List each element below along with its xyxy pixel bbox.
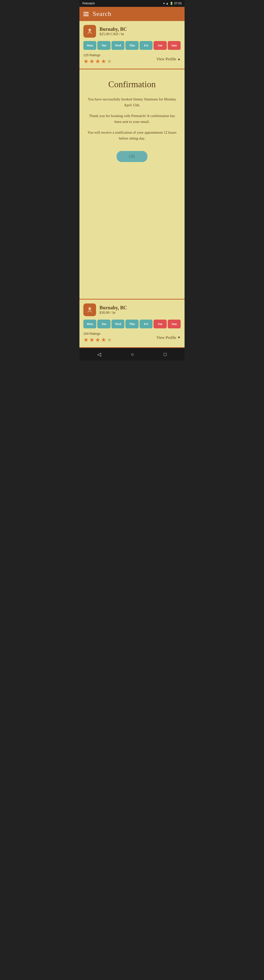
sitter-info-2: Burnaby, BC $30.00 / hr <box>100 305 127 315</box>
star-1-5: ★ <box>107 58 112 65</box>
stars-2: ★ ★ ★ ★ ★ <box>83 336 112 343</box>
view-profile-arrow-2: ▼ <box>177 336 181 340</box>
day-mon-1[interactable]: Mon <box>83 41 96 50</box>
day-tue-2[interactable]: Tue <box>97 320 110 328</box>
sitter-card-1: Burnaby, BC $25.00 CAD / hr Mon Tue Wed … <box>80 21 184 68</box>
sitter-info-1: Burnaby, BC $25.00 CAD / hr <box>100 26 127 36</box>
star-2-4: ★ <box>101 336 107 343</box>
header-title: Search <box>93 10 111 18</box>
day-fri-1[interactable]: Fri <box>140 41 153 50</box>
view-profile-btn-1[interactable]: View Profile ▲ <box>156 57 181 61</box>
day-mon-2[interactable]: Mon <box>83 320 96 328</box>
day-sat-1[interactable]: Sat <box>154 41 167 50</box>
status-bar: Petmatch ▾ ▲ 🔋 07:53 <box>80 0 184 7</box>
view-profile-arrow-1: ▲ <box>177 57 181 61</box>
sitter-avatar-1 <box>83 25 96 38</box>
ok-button[interactable]: OK <box>117 151 147 162</box>
status-icons: ▾ ▲ 🔋 07:53 <box>163 2 181 5</box>
ratings-row-2: 104 Ratings ★ ★ ★ ★ ★ View Profile ▼ <box>83 332 181 343</box>
confirmation-paragraph-3: You will receive a notification of your … <box>85 129 179 141</box>
hamburger-menu[interactable] <box>83 12 89 16</box>
sitter-price-1: $25.00 CAD / hr <box>100 32 127 36</box>
sitter-price-2: $30.00 / hr <box>100 310 127 315</box>
home-button[interactable]: ○ <box>131 352 134 357</box>
star-1-2: ★ <box>89 58 95 65</box>
star-1-3: ★ <box>95 58 100 65</box>
rating-count-2: 104 Ratings <box>83 332 112 336</box>
view-profile-btn-2[interactable]: View Profile ▼ <box>156 336 181 340</box>
confirmation-title: Confirmation <box>85 79 179 89</box>
sitter-card-2: Burnaby, BC $30.00 / hr Mon Tue Wed Thu … <box>80 299 184 347</box>
confirmation-paragraph-1: You have successfully booked Jimmy Simmo… <box>85 96 179 108</box>
ratings-left-2: 104 Ratings ★ ★ ★ ★ ★ <box>83 332 112 343</box>
star-2-2: ★ <box>89 336 95 343</box>
confirmation-section: Confirmation You have successfully booke… <box>80 69 184 177</box>
day-row-2: Mon Tue Wed Thu Fri Sat Sun <box>83 320 181 328</box>
star-2-5: ★ <box>107 336 112 343</box>
app-name: Petmatch <box>83 2 95 5</box>
back-button[interactable]: ◁ <box>97 352 101 357</box>
day-fri-2[interactable]: Fri <box>140 320 153 328</box>
star-2-1: ★ <box>83 336 89 343</box>
star-1-4: ★ <box>101 58 107 65</box>
wifi-icon: ▾ <box>163 2 165 5</box>
day-sun-1[interactable]: Sun <box>168 41 181 50</box>
sitter-location-2: Burnaby, BC <box>100 305 127 310</box>
confirmation-paragraph-2: Thank you for booking with Petmatch! A c… <box>85 113 179 125</box>
time: 07:53 <box>174 2 181 5</box>
stars-1: ★ ★ ★ ★ ★ <box>83 58 112 65</box>
empty-spacer <box>80 177 184 299</box>
battery-icon: 🔋 <box>170 2 173 5</box>
sitter-location-1: Burnaby, BC <box>100 26 127 32</box>
sitter-header-1: Burnaby, BC $25.00 CAD / hr <box>83 25 181 38</box>
sitter-avatar-2 <box>83 304 96 316</box>
star-1-1: ★ <box>83 58 89 65</box>
rating-count-1: 125 Ratings <box>83 53 112 57</box>
sitter-header-2: Burnaby, BC $30.00 / hr <box>83 304 181 316</box>
day-row-1: Mon Tue Wed Thu Fri Sat Sun <box>83 41 181 50</box>
recents-button[interactable]: □ <box>164 352 167 357</box>
header: Search <box>80 7 184 21</box>
star-2-3: ★ <box>95 336 100 343</box>
day-sat-2[interactable]: Sat <box>154 320 167 328</box>
bottom-nav: ◁ ○ □ <box>80 348 184 361</box>
day-wed-2[interactable]: Wed <box>111 320 124 328</box>
ratings-left-1: 125 Ratings ★ ★ ★ ★ ★ <box>83 53 112 65</box>
day-sun-2[interactable]: Sun <box>168 320 181 328</box>
day-wed-1[interactable]: Wed <box>111 41 124 50</box>
day-thu-1[interactable]: Thu <box>126 41 138 50</box>
day-thu-2[interactable]: Thu <box>126 320 138 328</box>
signal-icon: ▲ <box>166 2 169 5</box>
day-tue-1[interactable]: Tue <box>97 41 110 50</box>
ratings-row-1: 125 Ratings ★ ★ ★ ★ ★ View Profile ▲ <box>83 53 181 65</box>
